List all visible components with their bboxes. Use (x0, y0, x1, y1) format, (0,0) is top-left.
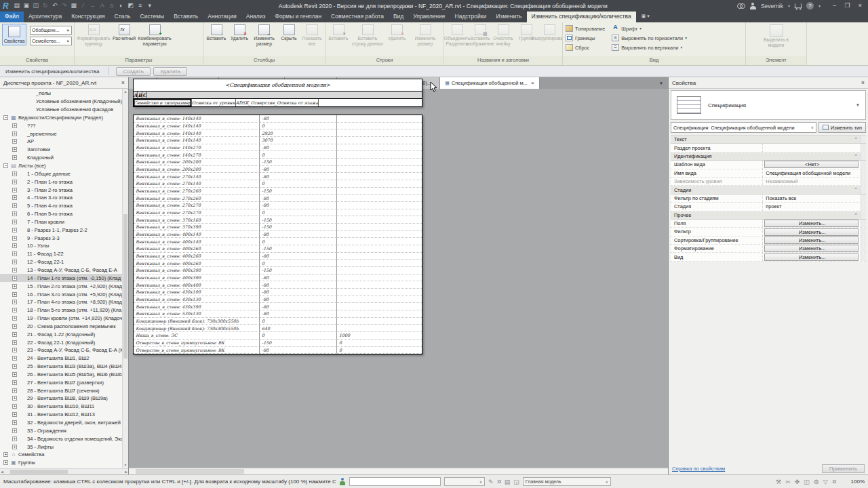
ribbon-tab[interactable]: Вид (389, 12, 408, 22)
workset-dropdown[interactable]: Главная модель∨ (523, 477, 611, 486)
grid-scrollbar-track[interactable] (861, 136, 866, 143)
ribbon-tab[interactable]: Совместная работа (326, 12, 389, 22)
close-view-icon[interactable]: × (531, 80, 534, 86)
ribbon-button[interactable]: Удалить (229, 24, 250, 42)
apply-button[interactable]: Применить (822, 464, 865, 473)
minimize-button[interactable]: – (828, 0, 841, 12)
property-value[interactable]: Независимый (764, 178, 797, 184)
ribbon-button[interactable]: Выделить в модели (760, 24, 793, 49)
user-menu-arrow-icon[interactable]: ▾ (788, 3, 790, 8)
expand-toggle[interactable]: + (12, 428, 17, 433)
store-cart-icon[interactable] (795, 3, 802, 8)
ribbon-button[interactable]: Скрыть (278, 24, 300, 42)
expand-toggle[interactable]: + (12, 364, 17, 369)
grid-scrollbar-track[interactable] (861, 203, 866, 210)
grid-scrollbar-track[interactable] (861, 245, 866, 252)
expand-toggle[interactable]: + (12, 445, 17, 449)
editable-only-icon[interactable]: ✎ (488, 479, 494, 485)
tree-item[interactable]: + 21 - Фасад 1-22 (Кладочный) (0, 330, 122, 338)
exclude-options-icon[interactable]: ⚒ (776, 479, 781, 485)
worksets-dialog-icon[interactable]: ▤ (505, 479, 511, 485)
property-value[interactable]: Спецификация обобщенной модели (764, 170, 850, 176)
expand-toggle[interactable]: − (3, 115, 8, 120)
schedule-row[interactable]: Вентканал_в_стене: 140x140 3070 (134, 137, 422, 144)
schedule-row[interactable]: Кондиционер (Внешний блок): 730x300x550h… (134, 325, 422, 332)
tree-item[interactable]: + 33 - Ограждения (0, 426, 122, 434)
help-menu-arrow-icon[interactable]: ▾ (818, 3, 821, 8)
expand-toggle[interactable]: + (12, 260, 17, 264)
expand-toggle[interactable]: + (12, 412, 17, 417)
tree-item[interactable]: + 6 - План 5-го этажа (0, 210, 122, 218)
expand-toggle[interactable]: + (12, 251, 17, 256)
tree-item[interactable]: + 20 - Схема расположения перемычек (0, 322, 122, 330)
ribbon-tab[interactable]: Аннотации (203, 12, 241, 22)
tree-item[interactable]: + 25 - Вентшахта ВШ3 (ВШ3а), ВШ4 (ВШ4а (0, 363, 122, 371)
ribbon-button[interactable]: Комбинировать параметры (138, 24, 172, 47)
property-row[interactable]: Шаблон вида <Нет> (671, 161, 866, 169)
user-name[interactable]: Severnik (761, 3, 783, 9)
expand-toggle[interactable]: + (12, 243, 17, 248)
ribbon-button[interactable]: Удалить (386, 24, 408, 42)
schedule-row[interactable]: Вентканал_в_стене: 200x200 -80 (134, 166, 422, 174)
schedule-row[interactable]: Вентканал_в_стене: 270x270 0 (134, 209, 422, 217)
expand-toggle[interactable]: + (12, 276, 17, 281)
qat-icon[interactable]: ◐ (117, 1, 126, 11)
column-header-cell[interactable]: Отметка от уровня (192, 99, 236, 106)
edit-family-icon[interactable]: ✂ (785, 479, 791, 485)
schedule-row[interactable]: Вентканал_в_стене: 400x140 0 (134, 238, 422, 245)
expand-toggle[interactable] (21, 91, 26, 96)
grid-scrollbar-track[interactable] (861, 228, 866, 235)
tree-item[interactable]: + 16 - План 3-го этажа (отм. +5,920) (Кл… (0, 290, 122, 298)
expand-toggle[interactable]: + (12, 300, 17, 304)
ribbon-tab[interactable]: Управление (408, 12, 450, 22)
ribbon-button[interactable]: Показать все (301, 24, 323, 47)
tree-item[interactable]: + 17 - План 4-го этажа (отм. +8,920) (Кл… (0, 298, 122, 306)
property-row[interactable]: Поля Изменить... (671, 220, 866, 228)
property-value[interactable]: Изменить... (764, 253, 859, 261)
schedule-row[interactable]: Вентканал_в_стене: 400x260 -150 (134, 245, 422, 253)
property-row[interactable]: Вид Изменить... (671, 253, 866, 261)
schedule-row[interactable]: Вентканал_в_стене: 140x140 2920 (134, 129, 422, 137)
ribbon-tab[interactable]: Сталь (110, 12, 136, 22)
press-drag-icon[interactable]: ✥ (795, 479, 800, 485)
grid-scrollbar-track[interactable] (861, 186, 866, 193)
tree-item[interactable]: + 2 - План 1-го этажа (0, 178, 122, 186)
property-value[interactable]: проект (764, 203, 781, 209)
schedule-row[interactable]: Вентканал_в_стене: 430x390 -80 (134, 303, 422, 310)
help-icon[interactable]: ? (806, 2, 814, 9)
tree-item[interactable]: + 11 - Фасад 1-22 (0, 250, 122, 258)
tree-item[interactable]: + ??? (0, 121, 122, 129)
select-underlay-icon[interactable]: ⚙ (814, 479, 819, 485)
tree-item[interactable]: _полы (0, 89, 122, 98)
tree-item[interactable]: + 19 - План кровли (отм. +14,920) (Кладо… (0, 314, 122, 323)
view-tabs-overflow-icon[interactable]: ▼ (654, 77, 668, 89)
tree-item[interactable]: + 30 - Вентшахта ВШ10, ВШ11 (0, 403, 122, 411)
schedule-row[interactable]: Вентканал_в_стене: 140x140 -80 (134, 115, 422, 123)
property-row[interactable]: Фильтр Изменить... (671, 228, 866, 236)
close-icon[interactable]: × (121, 79, 125, 86)
column-letter[interactable]: B (138, 92, 142, 98)
property-row[interactable]: Прочее (671, 211, 866, 220)
scrollbar-thumb[interactable] (123, 214, 127, 359)
search-icon[interactable] (737, 3, 745, 8)
qat-icon[interactable]: ◩ (126, 1, 136, 11)
schedule-row[interactable]: Вентканал_в_стене: 400x140 -80 (134, 231, 422, 239)
schedule-row[interactable]: Ниша_в_стене: ЭС 0 1000 (134, 332, 422, 340)
expand-toggle[interactable]: + (12, 188, 17, 192)
family-dropdown[interactable]: Семейство...▼ (30, 37, 72, 45)
expand-toggle[interactable]: + (12, 123, 17, 128)
expand-toggle[interactable] (21, 99, 26, 104)
canvas-horizontal-scrollbar[interactable] (129, 468, 668, 474)
property-value[interactable]: Изменить... (764, 220, 859, 227)
ribbon-button[interactable]: Вставить строку данных (351, 24, 384, 47)
category-dropdown[interactable]: Обобщенн...▼ (30, 26, 72, 35)
expand-toggle[interactable]: + (12, 139, 17, 144)
qat-icon[interactable]: ↶ (50, 1, 60, 11)
tree-item[interactable]: + 31 - Вентшахта ВШ12, ВШ13 (0, 411, 122, 419)
expand-toggle[interactable]: + (12, 356, 17, 361)
scroll-left-icon[interactable]: ◀ (1, 469, 3, 475)
expand-toggle[interactable]: + (12, 308, 17, 312)
tree-item[interactable]: − Листы (все) (0, 162, 122, 170)
property-row[interactable]: Текст (671, 136, 866, 144)
ribbon-small-button[interactable]: Выровнять по вертикали▾ (612, 43, 687, 52)
